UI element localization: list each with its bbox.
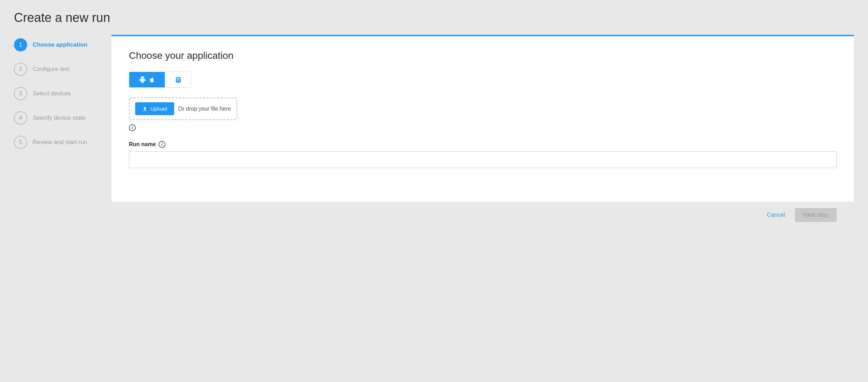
tab-mobile[interactable] (129, 72, 165, 87)
step-5-label: Review and start run (33, 139, 87, 146)
step-4-circle: 4 (14, 111, 27, 125)
sidebar-item-review-start-run[interactable]: 5 Review and start run (14, 136, 111, 149)
upload-info-icon[interactable]: i (129, 124, 136, 131)
step-2-label: Configure test (33, 66, 70, 73)
page-title: Create a new run (14, 10, 854, 25)
step-1-circle: 1 (14, 38, 27, 51)
sidebar-item-configure-test[interactable]: 2 Configure test (14, 63, 111, 76)
cancel-button[interactable]: Cancel (762, 209, 789, 221)
step-3-circle: 3 (14, 87, 27, 100)
apple-icon (149, 76, 155, 83)
run-name-label-text: Run name (129, 141, 156, 148)
tab-web[interactable] (165, 72, 192, 87)
sidebar-item-choose-application[interactable]: 1 Choose application (14, 38, 111, 51)
step-2-circle: 2 (14, 63, 27, 76)
step-4-label: Specify device state (33, 114, 85, 121)
android-icon (139, 76, 146, 83)
run-name-input[interactable] (129, 151, 837, 168)
run-name-label-row: Run name i (129, 141, 837, 148)
content-title: Choose your application (129, 50, 837, 61)
sidebar: 1 Choose application 2 Configure test 3 … (14, 35, 111, 160)
run-name-section: Run name i (129, 141, 837, 168)
content-wrapper: Choose your application (111, 35, 854, 228)
html5-icon (175, 76, 182, 83)
step-5-circle: 5 (14, 136, 27, 149)
upload-icon (142, 106, 148, 112)
drop-file-text: Or drop your file here (178, 106, 231, 112)
platform-tabs (129, 72, 192, 88)
content-panel: Choose your application (111, 35, 854, 202)
step-3-label: Select devices (33, 90, 71, 97)
panel-footer: Cancel Next step (111, 202, 854, 228)
sidebar-item-specify-device-state[interactable]: 4 Specify device state (14, 111, 111, 125)
sidebar-item-select-devices[interactable]: 3 Select devices (14, 87, 111, 100)
next-step-button[interactable]: Next step (795, 208, 837, 222)
upload-button[interactable]: Upload (135, 102, 174, 115)
run-name-info-icon[interactable]: i (158, 141, 165, 148)
upload-area: Upload Or drop your file here (129, 97, 237, 120)
main-layout: 1 Choose application 2 Configure test 3 … (14, 35, 854, 228)
upload-button-label: Upload (150, 106, 167, 112)
step-1-label: Choose application (33, 41, 87, 48)
